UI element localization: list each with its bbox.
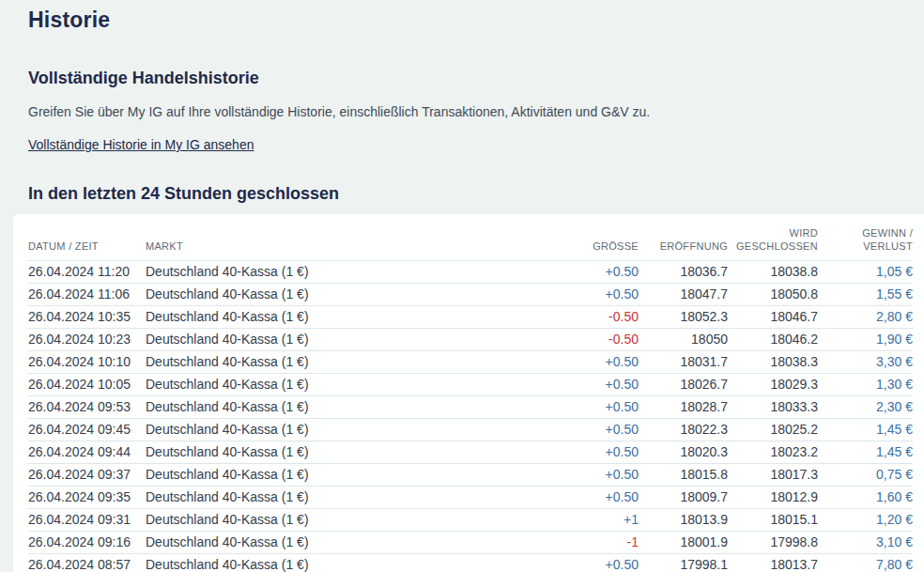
cell-datetime: 26.04.2024 10:10	[28, 350, 146, 373]
table-row: 26.04.2024 10:05 Deutschland 40-Kassa (1…	[28, 373, 913, 395]
cell-open: 18047.7	[639, 283, 728, 305]
cell-pnl: 1,90 €	[818, 328, 913, 350]
table-row: 26.04.2024 11:20 Deutschland 40-Kassa (1…	[28, 260, 913, 283]
cell-datetime: 26.04.2024 10:35	[28, 305, 146, 328]
cell-datetime: 26.04.2024 09:16	[28, 531, 146, 553]
closed-trades-table: DATUM / ZEIT MARKT GRÖSSE ERÖFFNUNG WIRD…	[28, 227, 913, 572]
cell-market: Deutschland 40-Kassa (1 €)	[146, 373, 554, 395]
column-header-close: WIRD GESCHLOSSEN	[728, 227, 818, 260]
cell-pnl: 7,80 €	[818, 553, 913, 572]
cell-datetime: 26.04.2024 09:44	[28, 441, 146, 463]
cell-size: +0.50	[554, 283, 639, 305]
cell-size: +0.50	[554, 395, 639, 418]
cell-market: Deutschland 40-Kassa (1 €)	[146, 328, 554, 350]
cell-market: Deutschland 40-Kassa (1 €)	[146, 418, 554, 441]
table-row: 26.04.2024 09:35 Deutschland 40-Kassa (1…	[28, 486, 913, 508]
closed-24h-heading: In den letzten 24 Stunden geschlossen	[28, 184, 924, 204]
cell-size: -1	[554, 531, 639, 553]
table-row: 26.04.2024 11:06 Deutschland 40-Kassa (1…	[28, 283, 913, 305]
cell-size: +0.50	[554, 350, 639, 373]
cell-market: Deutschland 40-Kassa (1 €)	[146, 395, 554, 418]
cell-market: Deutschland 40-Kassa (1 €)	[146, 305, 554, 328]
cell-close: 18015.1	[728, 508, 818, 531]
cell-open: 18015.8	[639, 463, 728, 486]
cell-close: 18023.2	[728, 441, 818, 463]
cell-size: +0.50	[554, 418, 639, 441]
cell-size: +0.50	[554, 463, 639, 486]
cell-close: 18012.9	[728, 486, 818, 508]
cell-size: +0.50	[554, 373, 639, 395]
cell-close: 17998.8	[728, 531, 818, 553]
cell-pnl: 1,60 €	[818, 486, 913, 508]
cell-size: +0.50	[554, 260, 639, 283]
cell-size: +0.50	[554, 553, 639, 572]
cell-size: -0.50	[554, 328, 639, 350]
full-history-link[interactable]: Vollständige Historie in My IG ansehen	[28, 137, 254, 152]
cell-datetime: 26.04.2024 09:45	[28, 418, 146, 441]
cell-close: 18038.8	[728, 260, 818, 283]
cell-market: Deutschland 40-Kassa (1 €)	[146, 441, 554, 463]
cell-close: 18046.7	[728, 305, 818, 328]
cell-open: 18001.9	[639, 531, 728, 553]
column-header-pnl: GEWINN / VERLUST	[818, 227, 913, 260]
cell-pnl: 1,45 €	[818, 418, 913, 441]
cell-pnl: 2,30 €	[818, 395, 913, 418]
table-header: DATUM / ZEIT MARKT GRÖSSE ERÖFFNUNG WIRD…	[28, 227, 913, 260]
cell-market: Deutschland 40-Kassa (1 €)	[146, 283, 554, 305]
column-header-datetime: DATUM / ZEIT	[28, 227, 146, 260]
table-row: 26.04.2024 09:37 Deutschland 40-Kassa (1…	[28, 463, 913, 486]
cell-pnl: 0,75 €	[818, 463, 913, 486]
cell-pnl: 1,45 €	[818, 441, 913, 463]
cell-close: 18025.2	[728, 418, 818, 441]
table-row: 26.04.2024 10:10 Deutschland 40-Kassa (1…	[28, 350, 913, 373]
table-body: 26.04.2024 11:20 Deutschland 40-Kassa (1…	[28, 260, 913, 572]
cell-market: Deutschland 40-Kassa (1 €)	[146, 260, 554, 283]
cell-pnl: 1,30 €	[818, 373, 913, 395]
full-history-heading: Vollständige Handelshistorie	[28, 69, 924, 88]
cell-size: -0.50	[554, 305, 639, 328]
cell-datetime: 26.04.2024 10:23	[28, 328, 146, 350]
cell-open: 18020.3	[639, 441, 728, 463]
cell-pnl: 2,80 €	[818, 305, 913, 328]
cell-datetime: 26.04.2024 09:31	[28, 508, 146, 531]
cell-datetime: 26.04.2024 09:37	[28, 463, 146, 486]
full-history-description: Greifen Sie über My IG auf Ihre vollstän…	[28, 104, 924, 119]
table-row: 26.04.2024 10:35 Deutschland 40-Kassa (1…	[28, 305, 913, 328]
cell-market: Deutschland 40-Kassa (1 €)	[146, 531, 554, 553]
cell-open: 18022.3	[639, 418, 728, 441]
cell-market: Deutschland 40-Kassa (1 €)	[146, 350, 554, 373]
cell-datetime: 26.04.2024 11:06	[28, 283, 146, 305]
closed-trades-card: DATUM / ZEIT MARKT GRÖSSE ERÖFFNUNG WIRD…	[13, 214, 924, 572]
cell-close: 18038.3	[728, 350, 818, 373]
table-row: 26.04.2024 09:45 Deutschland 40-Kassa (1…	[28, 418, 913, 441]
history-page: Historie Vollständige Handelshistorie Gr…	[0, 0, 924, 572]
cell-size: +0.50	[554, 486, 639, 508]
cell-open: 18009.7	[639, 486, 728, 508]
cell-open: 18028.7	[639, 395, 728, 418]
table-row: 26.04.2024 09:16 Deutschland 40-Kassa (1…	[28, 531, 913, 553]
table-row: 26.04.2024 09:53 Deutschland 40-Kassa (1…	[28, 395, 913, 418]
page-title: Historie	[28, 8, 924, 33]
cell-datetime: 26.04.2024 11:20	[28, 260, 146, 283]
table-row: 26.04.2024 09:31 Deutschland 40-Kassa (1…	[28, 508, 913, 531]
cell-close: 18046.2	[728, 328, 818, 350]
table-row: 26.04.2024 10:23 Deutschland 40-Kassa (1…	[28, 328, 913, 350]
cell-close: 18050.8	[728, 283, 818, 305]
cell-close: 18029.3	[728, 373, 818, 395]
column-header-open: ERÖFFNUNG	[639, 227, 728, 260]
column-header-market: MARKT	[146, 227, 554, 260]
cell-open: 18050	[639, 328, 728, 350]
cell-open: 18013.9	[639, 508, 728, 531]
cell-close: 18033.3	[728, 395, 818, 418]
cell-market: Deutschland 40-Kassa (1 €)	[146, 508, 554, 531]
column-header-size: GRÖSSE	[554, 227, 639, 260]
table-row: 26.04.2024 09:44 Deutschland 40-Kassa (1…	[28, 441, 913, 463]
cell-close: 18017.3	[728, 463, 818, 486]
cell-pnl: 3,10 €	[818, 531, 913, 553]
cell-open: 18052.3	[639, 305, 728, 328]
cell-pnl: 1,05 €	[818, 260, 913, 283]
cell-market: Deutschland 40-Kassa (1 €)	[146, 463, 554, 486]
cell-size: +1	[554, 508, 639, 531]
cell-pnl: 3,30 €	[818, 350, 913, 373]
cell-datetime: 26.04.2024 09:53	[28, 395, 146, 418]
